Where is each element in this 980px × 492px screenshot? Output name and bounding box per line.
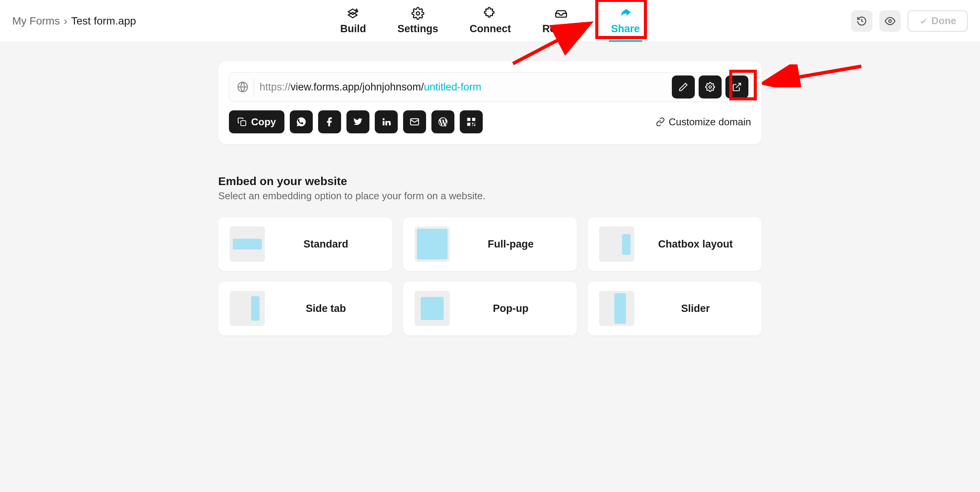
url-display[interactable]: https://view.forms.app/johnjohnsom/untit… <box>260 81 666 93</box>
preview-sidetab-icon <box>230 291 265 326</box>
history-icon <box>856 16 867 26</box>
globe-icon <box>237 81 248 93</box>
embed-option-slider[interactable]: Slider <box>588 282 762 335</box>
embed-option-chatbox[interactable]: Chatbox layout <box>588 217 762 271</box>
share-twitter-button[interactable] <box>346 110 369 133</box>
embed-title: Embed on your website <box>218 175 762 188</box>
twitter-icon <box>353 116 363 127</box>
svg-point-0 <box>416 12 420 15</box>
check-icon <box>919 17 928 25</box>
open-external-icon <box>732 82 742 92</box>
embed-option-popup[interactable]: Pop-up <box>403 282 577 335</box>
preview-fullpage-icon <box>415 226 450 262</box>
pencil-icon <box>678 82 688 92</box>
header-actions: Done <box>851 10 968 32</box>
edit-url-button[interactable] <box>672 75 695 98</box>
svg-point-5 <box>709 86 712 89</box>
share-facebook-button[interactable] <box>318 110 341 133</box>
share-wordpress-button[interactable] <box>431 110 454 133</box>
customize-domain-link[interactable]: Customize domain <box>656 116 751 128</box>
inbox-icon <box>554 7 567 20</box>
embed-option-fullpage[interactable]: Full-page <box>403 217 577 271</box>
eye-icon <box>885 16 895 26</box>
app-header: My Forms › Test form.app Build Settings … <box>0 0 980 42</box>
history-button[interactable] <box>851 10 872 32</box>
build-icon <box>346 7 359 20</box>
embed-option-standard[interactable]: Standard <box>218 217 392 271</box>
tab-share[interactable]: Share <box>609 0 642 42</box>
facebook-icon <box>324 116 335 127</box>
wordpress-icon <box>438 116 448 127</box>
breadcrumb-current: Test form.app <box>71 15 136 27</box>
share-icon <box>619 7 632 20</box>
tab-build[interactable]: Build <box>338 0 369 42</box>
embed-section: Embed on your website Select an embeddin… <box>218 175 762 335</box>
linkedin-icon <box>381 116 392 127</box>
link-icon <box>656 117 665 126</box>
embed-subtitle: Select an embedding option to place your… <box>218 190 762 202</box>
tab-results[interactable]: Results <box>540 0 582 42</box>
embed-option-sidetab[interactable]: Side tab <box>218 282 392 335</box>
puzzle-icon <box>484 7 497 20</box>
open-external-button[interactable] <box>725 75 748 98</box>
gear-icon <box>411 7 424 20</box>
email-icon <box>409 116 420 127</box>
share-buttons-row: Copy <box>229 110 483 133</box>
preview-chatbox-icon <box>599 226 634 262</box>
share-qr-button[interactable] <box>460 110 483 133</box>
breadcrumb: My Forms › Test form.app <box>12 15 136 27</box>
gear-icon <box>705 82 715 92</box>
whatsapp-icon <box>296 116 307 127</box>
breadcrumb-root[interactable]: My Forms <box>12 15 60 27</box>
preview-standard-icon <box>230 226 265 262</box>
preview-popup-icon <box>415 291 450 326</box>
copy-icon <box>237 117 247 126</box>
share-email-button[interactable] <box>403 110 426 133</box>
share-linkedin-button[interactable] <box>375 110 398 133</box>
tab-connect[interactable]: Connect <box>467 0 513 42</box>
preview-slider-icon <box>599 291 634 326</box>
svg-point-1 <box>889 20 892 22</box>
preview-button[interactable] <box>879 10 901 32</box>
svg-rect-6 <box>241 121 246 126</box>
top-tabs: Build Settings Connect Results <box>338 0 642 42</box>
svg-line-3 <box>766 66 861 83</box>
breadcrumb-separator: › <box>64 15 67 27</box>
share-card: https://view.forms.app/johnjohnsom/untit… <box>218 61 762 144</box>
done-button[interactable]: Done <box>908 10 968 32</box>
url-settings-button[interactable] <box>699 75 722 98</box>
url-bar: https://view.forms.app/johnjohnsom/untit… <box>229 72 751 102</box>
annotation-arrow-open <box>762 64 865 87</box>
qr-icon <box>466 116 477 127</box>
tab-settings[interactable]: Settings <box>395 0 441 42</box>
share-whatsapp-button[interactable] <box>290 110 313 133</box>
copy-button[interactable]: Copy <box>229 110 284 133</box>
